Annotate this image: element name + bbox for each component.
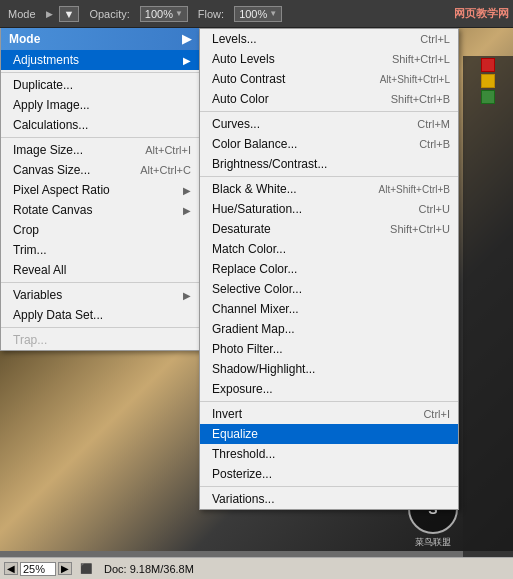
flow-arrow-icon: ▼ <box>269 9 277 18</box>
menu-item-crop[interactable]: Crop <box>1 220 199 240</box>
menu-sep-4 <box>1 327 199 328</box>
submenu-item-selective-color[interactable]: Selective Color... <box>200 279 458 299</box>
mode-label: Mode <box>4 6 40 22</box>
submenu-sep-3 <box>200 401 458 402</box>
menu-item-reveal-all[interactable]: Reveal All <box>1 260 199 280</box>
logo-sub-text: 菜鸟联盟 <box>408 536 458 549</box>
submenu-item-brightness[interactable]: Brightness/Contrast... <box>200 154 458 174</box>
submenu-item-channel-mixer[interactable]: Channel Mixer... <box>200 299 458 319</box>
menu-title: Mode <box>9 32 40 46</box>
submenu-item-shadow-highlight[interactable]: Shadow/Highlight... <box>200 359 458 379</box>
submenu-sep-1 <box>200 111 458 112</box>
zoom-nav-left-icon[interactable]: ◀ <box>4 562 18 575</box>
submenu-item-auto-color[interactable]: Auto Color Shift+Ctrl+B <box>200 89 458 109</box>
watermark-label: 网页教学网 <box>454 6 509 21</box>
submenu-item-equalize[interactable]: Equalize <box>200 424 458 444</box>
submenu-item-hue-sat[interactable]: Hue/Saturation... Ctrl+U <box>200 199 458 219</box>
menu-header-arrow-icon: ▶ <box>182 32 191 46</box>
menu-sep-3 <box>1 282 199 283</box>
submenu-item-exposure[interactable]: Exposure... <box>200 379 458 399</box>
menu-item-image-size[interactable]: Image Size... Alt+Ctrl+I <box>1 140 199 160</box>
menu-item-variables[interactable]: Variables ▶ <box>1 285 199 305</box>
doc-info: Doc: 9.18M/36.8M <box>104 563 194 575</box>
submenu-item-match-color[interactable]: Match Color... <box>200 239 458 259</box>
menu-item-trim[interactable]: Trim... <box>1 240 199 260</box>
submenu-item-levels[interactable]: Levels... Ctrl+L <box>200 29 458 49</box>
submenu-item-variations[interactable]: Variations... <box>200 489 458 509</box>
menu-sep-2 <box>1 137 199 138</box>
close-button-icon[interactable] <box>481 58 495 72</box>
submenu-item-color-balance[interactable]: Color Balance... Ctrl+B <box>200 134 458 154</box>
toolbar-dropdown[interactable]: ▼ <box>59 6 80 22</box>
submenu-item-auto-levels[interactable]: Auto Levels Shift+Ctrl+L <box>200 49 458 69</box>
mode-arrow-icon: ▶ <box>46 9 53 19</box>
submenu-item-threshold[interactable]: Threshold... <box>200 444 458 464</box>
opacity-value: 100% <box>145 8 173 20</box>
submenu-sep-2 <box>200 176 458 177</box>
submenu-item-invert[interactable]: Invert Ctrl+I <box>200 404 458 424</box>
zoom-nav-right-icon[interactable]: ▶ <box>58 562 72 575</box>
maximize-button-icon[interactable] <box>481 90 495 104</box>
submenu-sep-4 <box>200 486 458 487</box>
menu-item-canvas-size[interactable]: Canvas Size... Alt+Ctrl+C <box>1 160 199 180</box>
opacity-arrow-icon: ▼ <box>175 9 183 18</box>
menu-item-rotate-canvas[interactable]: Rotate Canvas ▶ <box>1 200 199 220</box>
flow-label: Flow: <box>194 6 228 22</box>
pixel-aspect-arrow-icon: ▶ <box>183 185 191 196</box>
submenu-item-bw[interactable]: Black & White... Alt+Shift+Ctrl+B <box>200 179 458 199</box>
toolbar: Mode ▶ ▼ Opacity: 100% ▼ Flow: 100% ▼ 网页… <box>0 0 513 28</box>
adjustments-arrow-icon: ▶ <box>183 55 191 66</box>
adjustments-label: Adjustments <box>13 53 79 67</box>
menu-header: Mode ▶ <box>1 28 199 50</box>
side-panel <box>463 56 513 579</box>
flow-input[interactable]: 100% ▼ <box>234 6 282 22</box>
submenu-item-replace-color[interactable]: Replace Color... <box>200 259 458 279</box>
menu-item-apply-image[interactable]: Apply Image... <box>1 95 199 115</box>
flow-value: 100% <box>239 8 267 20</box>
submenu-item-photo-filter[interactable]: Photo Filter... <box>200 339 458 359</box>
submenu-item-curves[interactable]: Curves... Ctrl+M <box>200 114 458 134</box>
zoom-input[interactable] <box>20 562 56 576</box>
menu-item-pixel-aspect[interactable]: Pixel Aspect Ratio ▶ <box>1 180 199 200</box>
status-bar: ◀ ▶ ⬛ Doc: 9.18M/36.8M <box>0 557 513 579</box>
submenu-item-auto-contrast[interactable]: Auto Contrast Alt+Shift+Ctrl+L <box>200 69 458 89</box>
submenu-item-desaturate[interactable]: Desaturate Shift+Ctrl+U <box>200 219 458 239</box>
menu-item-apply-data[interactable]: Apply Data Set... <box>1 305 199 325</box>
image-menu: Mode ▶ Adjustments ▶ Duplicate... Apply … <box>0 28 200 351</box>
adjustments-submenu: Levels... Ctrl+L Auto Levels Shift+Ctrl+… <box>199 28 459 510</box>
rotate-canvas-arrow-icon: ▶ <box>183 205 191 216</box>
menu-item-trap: Trap... <box>1 330 199 350</box>
opacity-label: Opacity: <box>85 6 133 22</box>
canvas-size-icon: ⬛ <box>80 563 92 574</box>
menu-item-adjustments[interactable]: Adjustments ▶ <box>1 50 199 70</box>
menu-item-calculations[interactable]: Calculations... <box>1 115 199 135</box>
menu-item-duplicate[interactable]: Duplicate... <box>1 75 199 95</box>
opacity-input[interactable]: 100% ▼ <box>140 6 188 22</box>
minimize-button-icon[interactable] <box>481 74 495 88</box>
submenu-item-gradient-map[interactable]: Gradient Map... <box>200 319 458 339</box>
menu-sep-1 <box>1 72 199 73</box>
variables-arrow-icon: ▶ <box>183 290 191 301</box>
submenu-item-posterize[interactable]: Posterize... <box>200 464 458 484</box>
